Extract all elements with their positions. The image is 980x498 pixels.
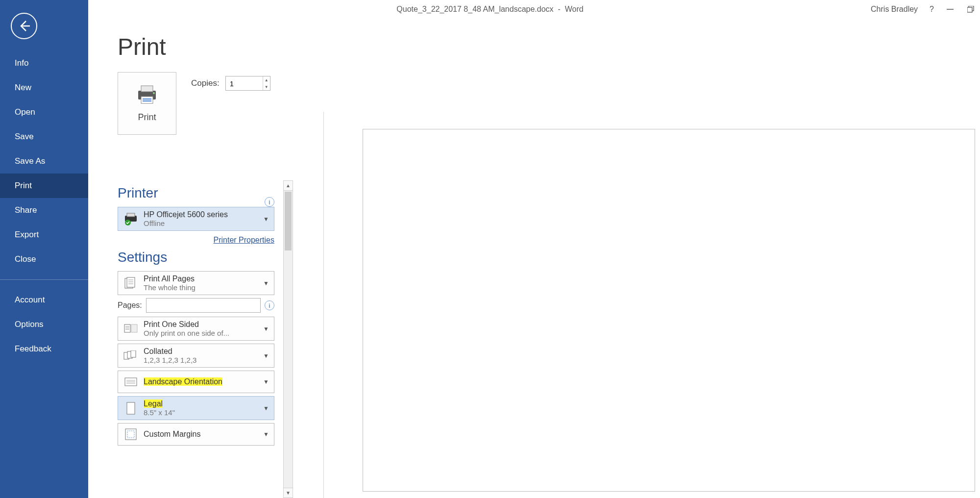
chevron-down-icon: ▼ [263, 378, 269, 385]
collate-secondary: 1,2,3 1,2,3 1,2,3 [144, 356, 196, 364]
copies-label: Copies: [191, 78, 220, 88]
margins-selector[interactable]: Custom Margins ▼ [118, 423, 274, 446]
page-title: Print [118, 33, 960, 60]
svg-rect-6 [141, 97, 153, 103]
page-icon [123, 400, 139, 416]
svg-rect-31 [125, 429, 136, 440]
orientation-selector[interactable]: Landscape Orientation ▼ [118, 371, 274, 393]
svg-rect-7 [143, 99, 151, 100]
sidebar-item-feedback[interactable]: Feedback [0, 337, 88, 361]
restore-button[interactable] [966, 5, 975, 14]
copies-input[interactable] [226, 76, 263, 90]
svg-point-9 [153, 92, 155, 94]
chevron-down-icon: ▼ [263, 431, 269, 438]
svg-rect-14 [127, 277, 135, 287]
sidebar-item-share[interactable]: Share [0, 198, 88, 223]
scroll-up-button[interactable]: ▲ [284, 181, 293, 191]
sides-primary: Print One Sided [144, 320, 229, 329]
pages-stack-icon [123, 275, 139, 291]
document-title: Quote_3_22_2017 8_48 AM_landscape.docx -… [396, 5, 583, 14]
printer-status-icon [123, 211, 139, 227]
collate-primary: Collated [144, 347, 196, 356]
printer-info-icon[interactable]: i [265, 197, 274, 207]
copies-up[interactable]: ▲ [263, 76, 270, 83]
paper-primary: Legal [144, 399, 175, 408]
sidebar-item-new[interactable]: New [0, 75, 88, 100]
svg-rect-11 [127, 213, 135, 217]
printer-properties-link[interactable]: Printer Properties [118, 236, 274, 245]
landscape-icon [123, 374, 139, 390]
svg-rect-25 [131, 350, 136, 357]
printer-selector[interactable]: HP Officejet 5600 series Offline ▼ [118, 207, 274, 231]
user-name[interactable]: Chris Bradley [871, 5, 918, 14]
printer-name: HP Officejet 5600 series [144, 210, 228, 219]
svg-rect-8 [143, 100, 151, 101]
sidebar-item-export[interactable]: Export [0, 223, 88, 247]
pages-input[interactable] [146, 298, 261, 313]
back-button[interactable] [11, 13, 37, 39]
sidebar-item-info[interactable]: Info [0, 51, 88, 75]
sidebar-item-save-as[interactable]: Save As [0, 149, 88, 174]
title-bar: Quote_3_22_2017 8_48 AM_landscape.docx -… [0, 0, 980, 19]
print-what-primary: Print All Pages [144, 274, 196, 283]
backstage-sidebar: Info New Open Save Save As Print Share E… [0, 0, 88, 498]
sides-selector[interactable]: Print One Sided Only print on one side o… [118, 317, 274, 341]
sidebar-item-options[interactable]: Options [0, 312, 88, 337]
copies-stepper[interactable]: ▲ ▼ [225, 76, 270, 91]
collate-selector[interactable]: Collated 1,2,3 1,2,3 1,2,3 ▼ [118, 344, 274, 368]
print-preview [363, 129, 975, 492]
print-what-selector[interactable]: Print All Pages The whole thing ▼ [118, 271, 274, 295]
settings-section-title: Settings [118, 249, 274, 265]
printer-section-title: Printer [118, 185, 158, 201]
svg-rect-18 [124, 324, 130, 332]
svg-rect-2 [967, 7, 972, 12]
svg-rect-30 [127, 402, 135, 414]
sidebar-item-account[interactable]: Account [0, 288, 88, 312]
copies-down[interactable]: ▼ [263, 83, 270, 90]
sidebar-item-save[interactable]: Save [0, 124, 88, 149]
chevron-down-icon: ▼ [263, 280, 269, 287]
settings-scrollbar[interactable]: ▲ ▼ [283, 180, 293, 498]
printer-status: Offline [144, 219, 228, 227]
sidebar-item-close[interactable]: Close [0, 247, 88, 272]
backstage-main: Print Print Copies: [88, 19, 980, 498]
scroll-down-button[interactable]: ▼ [284, 488, 293, 498]
print-button-label: Print [138, 112, 156, 123]
orientation-primary: Landscape Orientation [144, 377, 222, 386]
printer-icon [135, 85, 159, 104]
vertical-separator [323, 112, 324, 498]
pages-label: Pages: [118, 301, 142, 310]
margins-primary: Custom Margins [144, 430, 200, 439]
sides-secondary: Only print on one side of... [144, 329, 229, 337]
chevron-down-icon: ▼ [263, 216, 269, 223]
print-button[interactable]: Print [118, 72, 176, 135]
chevron-down-icon: ▼ [263, 325, 269, 332]
chevron-down-icon: ▼ [263, 352, 269, 359]
sidebar-item-print[interactable]: Print [0, 174, 88, 198]
sidebar-divider [0, 279, 88, 280]
paper-secondary: 8.5" x 14" [144, 408, 175, 417]
sidebar-item-open[interactable]: Open [0, 100, 88, 124]
collate-icon [123, 348, 139, 364]
help-button[interactable]: ? [930, 5, 934, 14]
print-what-secondary: The whole thing [144, 283, 196, 292]
scroll-thumb[interactable] [285, 192, 292, 250]
chevron-down-icon: ▼ [263, 405, 269, 412]
svg-rect-5 [141, 86, 153, 92]
svg-rect-19 [131, 324, 137, 332]
margins-icon [123, 426, 139, 442]
paper-size-selector[interactable]: Legal 8.5" x 14" ▼ [118, 396, 274, 420]
one-sided-icon [123, 321, 139, 337]
minimize-button[interactable] [946, 5, 955, 14]
pages-info-icon[interactable]: i [265, 300, 274, 310]
